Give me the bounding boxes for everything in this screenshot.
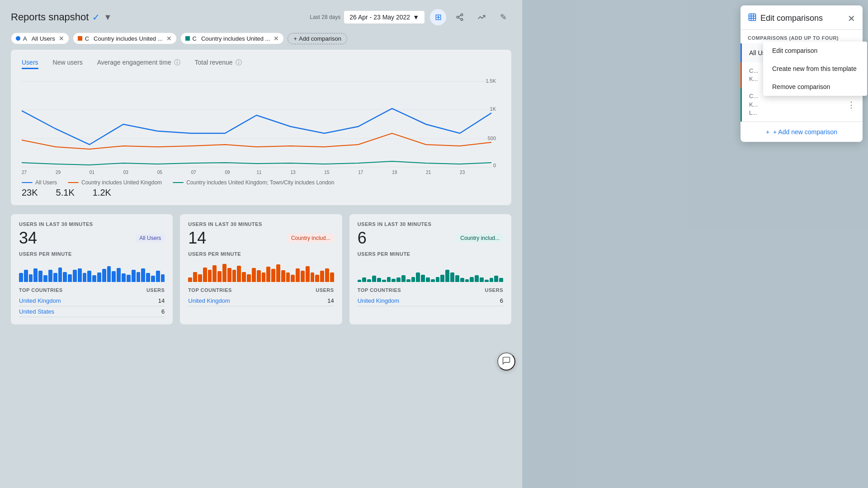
svg-text:03: 03 (123, 170, 129, 174)
bar (58, 267, 62, 282)
svg-point-1 (457, 16, 459, 19)
edit-icon-btn[interactable]: ✎ (495, 9, 511, 25)
bottom-section: USERS IN LAST 30 MINUTES 34 All Users US… (11, 214, 511, 324)
create-from-template-item[interactable]: Create new from this template (763, 60, 867, 78)
bar (127, 275, 131, 282)
comparison-tabs: A All Users ✕ C Country includes United … (11, 33, 511, 44)
bar (315, 275, 319, 282)
bar (450, 272, 454, 282)
svg-text:15: 15 (324, 170, 330, 174)
metric-revenue[interactable]: Total revenue ⓘ (195, 59, 242, 69)
edit-panel-title: Edit comparisons (748, 13, 823, 24)
legend-all-users: All Users (22, 179, 57, 186)
svg-text:13: 13 (290, 170, 296, 174)
stat-number-3: 6 (358, 229, 367, 248)
bar (33, 268, 38, 282)
bar (311, 272, 315, 282)
bar (455, 275, 459, 282)
svg-text:27: 27 (22, 170, 27, 174)
bar (367, 279, 371, 282)
country-name-uk-1[interactable]: United Kingdom (19, 297, 61, 304)
bar (490, 278, 494, 282)
tab-all-users-label: A (23, 35, 27, 42)
bar (222, 264, 226, 282)
tab-all-users[interactable]: A All Users ✕ (11, 33, 69, 44)
date-range: Last 28 days 26 Apr - 23 May 2022 ▼ (310, 11, 425, 23)
svg-point-0 (461, 14, 463, 16)
svg-text:19: 19 (392, 170, 397, 174)
tab-country-1[interactable]: C Country includes United ... ✕ (73, 33, 177, 44)
edit-comparison-item[interactable]: Edit comparison (763, 42, 867, 60)
tab-country-2[interactable]: C Country includes United ... ✕ (180, 33, 284, 44)
bar (87, 271, 91, 282)
edit-panel-header: Edit comparisons ✕ (741, 5, 863, 30)
country-count-uk-1: 14 (158, 297, 165, 304)
trend-icon-btn[interactable] (473, 9, 490, 25)
legend-label-3: Country includes United Kingdom; Town/Ci… (186, 179, 334, 186)
bar (146, 273, 150, 282)
share-icon-btn[interactable] (452, 9, 468, 25)
bar (63, 272, 67, 282)
table-icon-btn[interactable]: ⊞ (430, 9, 446, 25)
edit-panel-title-text: Edit comparisons (760, 14, 823, 23)
add-new-comparison-btn[interactable]: + + Add new comparison (741, 122, 863, 142)
svg-text:01: 01 (90, 170, 95, 174)
close-all-users[interactable]: ✕ (59, 35, 64, 42)
close-country-1[interactable]: ✕ (166, 35, 172, 42)
legend-val-1: 23K (22, 188, 38, 198)
metric-engagement[interactable]: Average engagement time ⓘ (97, 59, 180, 69)
svg-text:17: 17 (358, 170, 363, 174)
comp-item-country-uk-label: C...K... (749, 67, 758, 83)
country-name-uk-2[interactable]: United Kingdom (188, 297, 230, 304)
svg-rect-29 (749, 14, 756, 21)
feedback-btn[interactable] (497, 352, 515, 371)
bar (188, 277, 192, 282)
comp-item-country-london-label: C...K...L... (749, 92, 758, 117)
country-row-uk-2: United Kingdom 14 (188, 296, 334, 306)
bar (137, 272, 141, 282)
header-left: Reports snapshot ✓ ▼ (11, 11, 112, 23)
bar (38, 271, 42, 282)
main-content: Reports snapshot ✓ ▼ Last 28 days 26 Apr… (0, 0, 522, 488)
metric-users[interactable]: Users (22, 59, 38, 69)
bar (78, 268, 82, 282)
country-row-uk-3: United Kingdom 6 (358, 296, 503, 306)
page-title: Reports snapshot (11, 11, 89, 23)
bar (141, 268, 145, 282)
country-name-uk-3[interactable]: United Kingdom (358, 297, 400, 304)
dropdown-icon[interactable]: ▼ (104, 13, 112, 22)
chart-metrics: Users New users Average engagement time … (22, 59, 500, 69)
bar (29, 274, 33, 282)
bar (392, 279, 396, 282)
stat-card-all-users: USERS IN LAST 30 MINUTES 34 All Users US… (11, 214, 173, 324)
chart-svg-container: 1.5K 1K 500 0 27 Apr 29 01 (22, 75, 500, 176)
bar (377, 278, 381, 282)
users-label-2: USERS (316, 287, 334, 293)
stat-badge-2[interactable]: Country includ... (288, 234, 334, 243)
bar (73, 270, 77, 282)
metric-new-users[interactable]: New users (53, 59, 83, 69)
remove-comparison-item[interactable]: Remove comparison (763, 78, 867, 96)
bar (382, 280, 386, 282)
bar (132, 270, 136, 282)
legend-line-orange (68, 182, 79, 183)
close-country-2[interactable]: ✕ (274, 35, 279, 42)
tab-label-text: All Users (32, 35, 55, 42)
add-comparison-btn[interactable]: + Add comparison (288, 33, 347, 44)
bar (387, 277, 391, 282)
three-dot-country-london[interactable]: ⋮ (847, 100, 855, 110)
bar (247, 274, 251, 282)
tab-c2-label: Country includes United ... (201, 35, 270, 42)
country-name-us-1[interactable]: United States (19, 308, 54, 315)
svg-text:500: 500 (488, 136, 496, 141)
stat-badge-1[interactable]: All Users (136, 234, 165, 243)
close-edit-panel-btn[interactable]: ✕ (848, 13, 855, 24)
tab-c1-letter: C (85, 35, 89, 42)
bar (436, 277, 440, 282)
bar (431, 279, 435, 282)
plus-new-icon: + (766, 128, 769, 136)
stat-badge-3[interactable]: Country includ... (457, 234, 503, 243)
bar (232, 270, 236, 282)
bar (465, 279, 469, 282)
date-value-btn[interactable]: 26 Apr - 23 May 2022 ▼ (344, 11, 425, 23)
